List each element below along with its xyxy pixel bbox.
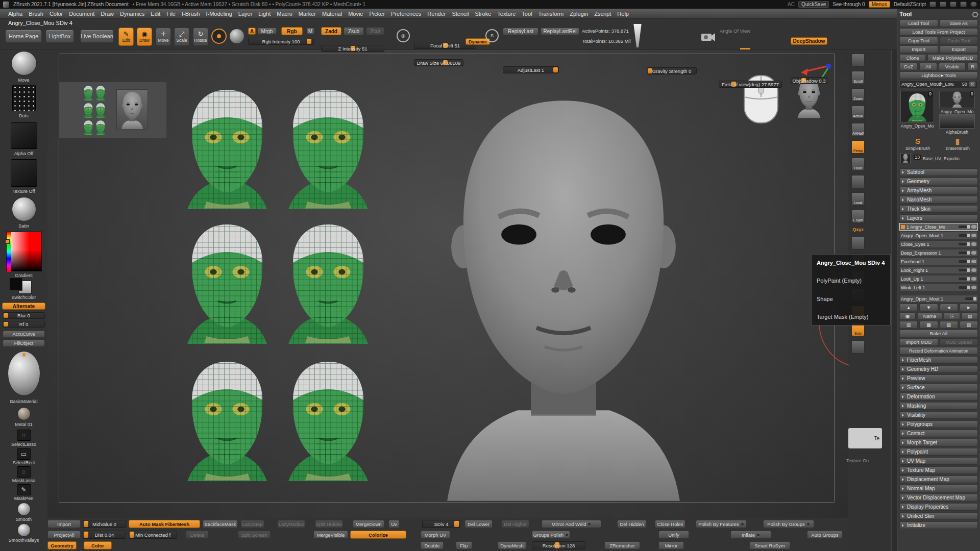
section-uv-map[interactable]: UV Map (899, 457, 978, 465)
xpose-icon[interactable] (851, 340, 865, 354)
scale-button[interactable]: ⤢Scale (174, 28, 189, 46)
menu-item[interactable]: Zplugin (567, 11, 591, 17)
draw-size-slider[interactable]: Draw Size 64.88109 (414, 59, 463, 66)
section-initialize[interactable]: Initialize (899, 521, 978, 529)
smoothvalleys-brush-sphere[interactable] (17, 523, 31, 537)
section-fibermesh[interactable]: FiberMesh (899, 356, 978, 364)
frame-icon[interactable] (851, 236, 865, 249)
basic-material-sphere[interactable] (8, 351, 40, 396)
selected-layer-slider[interactable] (965, 297, 976, 300)
layer-eye-icon[interactable] (971, 225, 976, 229)
section-deformation[interactable]: Deformation (899, 393, 978, 400)
section-geometry-hd[interactable]: Geometry HD (899, 365, 978, 373)
layer-intensity-slider[interactable] (959, 243, 970, 245)
brush-picker[interactable] (211, 29, 227, 44)
double-button[interactable]: Double (421, 541, 444, 549)
color-picker[interactable] (6, 232, 42, 271)
rf-slider[interactable]: Rf 0 (3, 321, 45, 328)
menu-item[interactable]: Stencil (449, 11, 472, 17)
menu-item[interactable]: Preferences (388, 11, 424, 17)
metal-material-sphere[interactable] (17, 407, 31, 420)
maskpen-icon[interactable]: ✎ (17, 484, 31, 495)
move-button[interactable]: ✛Move (156, 28, 171, 46)
section-arraymesh[interactable]: ArrayMesh (899, 187, 978, 194)
layer-intensity-slider[interactable] (959, 226, 970, 228)
layer-split-icon[interactable]: ▥ (899, 321, 918, 329)
fillobject-button[interactable]: FillObject (3, 340, 45, 347)
menu-item[interactable]: File (163, 11, 179, 17)
projectall-button[interactable]: ProjectAll (47, 531, 81, 539)
stroke-picker[interactable] (230, 29, 244, 43)
selectrect-icon[interactable]: ▭ (17, 448, 31, 460)
panel-divider[interactable]: ◄ (891, 9, 897, 551)
zsub-button[interactable]: Zsub (344, 27, 364, 35)
layer-intensity-slider[interactable] (959, 269, 970, 271)
section-normal-map[interactable]: Normal Map (899, 485, 978, 492)
menu-item[interactable]: Color (46, 11, 66, 17)
home-page-button[interactable]: Home Page (5, 30, 42, 43)
menu-item[interactable]: Stroke (472, 11, 494, 17)
resolution-slider[interactable]: Resolution 128 (532, 541, 585, 549)
alternate-button[interactable]: Alternate (2, 303, 45, 310)
replay-last-rel-button[interactable]: ReplayLastRel (541, 28, 579, 35)
auto-mask-fibermesh-button[interactable]: Auto Mask FiberMesh (129, 520, 200, 528)
menu-item[interactable]: Tool (519, 11, 535, 17)
import-button[interactable]: Import (899, 45, 938, 53)
layer-prev-button[interactable]: ◄ (940, 304, 958, 311)
scroll-button[interactable]: Scroll (851, 71, 865, 84)
lightbox-tools-button[interactable]: Lightbox►Tools (899, 71, 978, 79)
layer-eye-icon[interactable] (971, 251, 976, 255)
layer-row[interactable]: Look_Up 1 (899, 275, 978, 283)
material-preview-sphere[interactable] (12, 197, 36, 221)
edit-button[interactable]: ✎Edit (118, 28, 134, 46)
document-viewport[interactable] (47, 50, 848, 518)
tiny-head-thumb[interactable] (83, 119, 94, 135)
section-displacement-map[interactable]: Displacement Map (899, 475, 978, 483)
close-holes-button[interactable]: Close Holes (655, 520, 685, 528)
mergevisible-button[interactable]: MergeVisible (313, 531, 348, 539)
section-geometry[interactable]: Geometry (899, 178, 978, 185)
section-surface[interactable]: Surface (899, 384, 978, 391)
layer-row[interactable]: Wink_Left 1 (899, 284, 978, 291)
zcut-button[interactable]: Zcut (366, 27, 384, 35)
palette-icon[interactable] (950, 2, 957, 7)
menu-item[interactable]: I-Brush (179, 11, 203, 17)
copy-tool-button[interactable]: Copy Tool (899, 37, 938, 44)
actual-button[interactable]: Actual (851, 106, 865, 119)
layer-intensity-slider[interactable] (959, 286, 970, 289)
layer-row[interactable]: Forehead 1 (899, 258, 978, 265)
flip-button[interactable]: Flip (456, 541, 472, 549)
export-button[interactable]: Export (940, 45, 978, 53)
fov-slider[interactable]: Field of view(deg) 27.5977 (719, 81, 782, 88)
auto-groups-button[interactable]: Auto Groups (807, 531, 843, 539)
tool-menu-icon[interactable] (972, 12, 978, 17)
zremesher-button[interactable]: ZRemesher (604, 541, 640, 549)
rotate-button[interactable]: ↻Rotate (193, 28, 208, 46)
base-uv-thumb[interactable] (900, 153, 911, 163)
mirror-weld-toggle[interactable] (587, 522, 591, 526)
menus-button[interactable]: Menus (869, 1, 890, 8)
clone-button[interactable]: Clone (899, 54, 926, 62)
layer-name-button[interactable]: Name (917, 312, 942, 320)
gravity-cone-widget[interactable] (631, 24, 644, 47)
smart-resym-button[interactable]: Smart ReSym (749, 541, 790, 549)
backfacemask-button[interactable]: BackfaceMask (203, 520, 238, 528)
local-button[interactable]: Local (851, 192, 865, 206)
floor-button[interactable]: Floor (851, 158, 865, 171)
morph-uv-button[interactable]: Morph UV (421, 531, 450, 539)
layer-eye-icon[interactable] (971, 286, 976, 289)
tiny-head-thumb[interactable] (83, 85, 94, 101)
section-preview[interactable]: Preview (899, 374, 978, 382)
menu-item[interactable]: Transform (535, 11, 567, 17)
layer-eye-icon[interactable] (971, 277, 976, 281)
section-thickskin[interactable]: Thick Skin (899, 205, 978, 213)
layer-intensity-slider[interactable] (959, 260, 970, 263)
gravity-strength-slider[interactable]: Gravity Strength 0 (647, 67, 697, 74)
aahalf-button[interactable]: AAHalf (851, 123, 865, 136)
divider-icon[interactable] (940, 2, 946, 7)
mdd-speed-button[interactable]: MDD Speed (940, 338, 978, 346)
section-morph-target[interactable]: Morph Target (899, 439, 978, 446)
mrgb-button[interactable]: Mrgb (257, 28, 277, 35)
menu-item[interactable]: Help (614, 11, 632, 17)
polish-by-features-button[interactable]: Polish By Features (696, 520, 747, 528)
